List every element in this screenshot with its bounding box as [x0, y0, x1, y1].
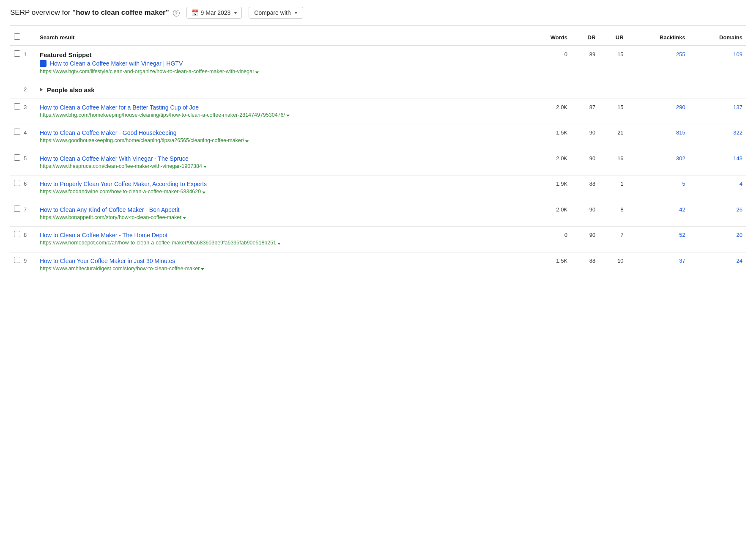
row-ur: 16	[599, 150, 627, 176]
result-title-link[interactable]: How to Clean Your Coffee Maker in Just 3…	[40, 258, 522, 264]
row-checkbox[interactable]	[14, 103, 20, 110]
row-words: 0	[526, 46, 571, 81]
row-words: 2.0K	[526, 150, 571, 176]
result-title-link[interactable]: How to Clean a Coffee Maker with Vinegar…	[40, 60, 522, 67]
row-backlinks: 5	[627, 176, 689, 201]
backlinks-link[interactable]: 290	[676, 104, 685, 110]
domains-link[interactable]: 20	[737, 232, 742, 238]
row-checkbox[interactable]	[14, 206, 20, 212]
row-rank: 4	[24, 124, 36, 150]
row-words: 1.9K	[526, 176, 571, 201]
result-url: https://www.bonappetit.com/story/how-to-…	[40, 214, 522, 222]
row-domains: 24	[689, 252, 746, 277]
url-dropdown-arrow[interactable]	[183, 217, 186, 219]
search-keyword: "how to clean coffee maker"	[72, 8, 169, 16]
row-checkbox[interactable]	[14, 257, 20, 263]
url-dropdown-arrow[interactable]	[203, 166, 207, 168]
domains-link[interactable]: 109	[733, 51, 742, 58]
row-check-cell	[10, 99, 24, 124]
row-checkbox[interactable]	[14, 129, 20, 135]
compare-with-button[interactable]: Compare with	[249, 7, 303, 19]
result-title-link[interactable]: How to Clean a Coffee Maker - The Home D…	[40, 232, 522, 239]
date-label: 9 Mar 2023	[201, 9, 231, 16]
row-backlinks: 302	[627, 150, 689, 176]
row-check-cell	[10, 176, 24, 201]
row-rank: 7	[24, 201, 36, 227]
row-dr: 90	[571, 124, 599, 150]
row-dr: 90	[571, 201, 599, 227]
domains-link[interactable]: 4	[740, 181, 742, 187]
result-title-link[interactable]: How to Clean a Coffee Maker for a Better…	[40, 104, 522, 111]
url-dropdown-arrow[interactable]	[202, 192, 205, 194]
table-row: 8How to Clean a Coffee Maker - The Home …	[10, 227, 746, 252]
col-rank	[24, 29, 36, 46]
compare-label: Compare with	[254, 9, 290, 16]
row-checkbox[interactable]	[14, 50, 20, 57]
table-row: 1Featured Snippet How to Clean a Coffee …	[10, 46, 746, 81]
backlinks-link[interactable]: 42	[679, 206, 685, 213]
table-row: 7How to Clean Any Kind of Coffee Maker -…	[10, 201, 746, 227]
row-checkbox[interactable]	[14, 154, 20, 161]
people-also-ask-label[interactable]: People also ask	[40, 86, 742, 93]
row-domains: 137	[689, 99, 746, 124]
backlinks-link[interactable]: 5	[682, 181, 685, 187]
date-picker-button[interactable]: 📅 9 Mar 2023	[186, 7, 242, 19]
row-words: 1.5K	[526, 252, 571, 277]
col-dr: DR	[571, 29, 599, 46]
row-dr: 89	[571, 46, 599, 81]
result-title-link[interactable]: How to Properly Clean Your Coffee Maker,…	[40, 181, 522, 187]
url-dropdown-arrow[interactable]	[286, 115, 290, 117]
row-dr: 88	[571, 176, 599, 201]
domains-link[interactable]: 143	[733, 155, 742, 162]
row-domains: 143	[689, 150, 746, 176]
favicon-icon	[40, 60, 47, 67]
domains-link[interactable]: 24	[737, 258, 742, 264]
result-title-link[interactable]: How to Clean a Coffee Maker - Good House…	[40, 129, 522, 136]
result-url: https://www.architecturaldigest.com/stor…	[40, 265, 522, 273]
domains-link[interactable]: 26	[737, 206, 742, 213]
backlinks-link[interactable]: 302	[676, 155, 685, 162]
row-result: How to Properly Clean Your Coffee Maker,…	[36, 176, 526, 201]
row-checkbox[interactable]	[14, 180, 20, 186]
row-domains: 20	[689, 227, 746, 252]
result-title-link[interactable]: How to Clean a Coffee Maker With Vinegar…	[40, 155, 522, 162]
select-all-checkbox[interactable]	[14, 33, 20, 40]
url-dropdown-arrow[interactable]	[245, 140, 249, 143]
featured-snippet-label: Featured Snippet	[40, 51, 522, 58]
row-check-cell	[10, 227, 24, 252]
row-ur: 1	[599, 176, 627, 201]
backlinks-link[interactable]: 255	[676, 51, 685, 58]
url-dropdown-arrow[interactable]	[277, 243, 281, 245]
row-checkbox[interactable]	[14, 231, 20, 237]
result-url: https://www.goodhousekeeping.com/home/cl…	[40, 137, 522, 145]
backlinks-link[interactable]: 815	[676, 129, 685, 136]
help-icon[interactable]: ?	[173, 10, 180, 16]
row-rank: 2	[24, 81, 36, 99]
table-row: 9How to Clean Your Coffee Maker in Just …	[10, 252, 746, 277]
row-domains: 26	[689, 201, 746, 227]
row-result: How to Clean a Coffee Maker - The Home D…	[36, 227, 526, 252]
row-rank: 6	[24, 176, 36, 201]
url-dropdown-arrow[interactable]	[201, 268, 204, 270]
row-result: How to Clean a Coffee Maker With Vinegar…	[36, 150, 526, 176]
row-words: 0	[526, 227, 571, 252]
col-search-result: Search result	[36, 29, 526, 46]
domains-link[interactable]: 137	[733, 104, 742, 110]
backlinks-link[interactable]: 52	[679, 232, 685, 238]
page-header: SERP overview for "how to clean coffee m…	[10, 7, 746, 26]
col-words: Words	[526, 29, 571, 46]
chevron-down-icon	[234, 12, 237, 14]
chevron-down-icon	[294, 12, 298, 14]
row-ur: 15	[599, 46, 627, 81]
title-prefix: SERP overview for	[10, 8, 72, 16]
row-dr: 87	[571, 99, 599, 124]
row-backlinks: 255	[627, 46, 689, 81]
row-result: How to Clean a Coffee Maker for a Better…	[36, 99, 526, 124]
row-backlinks: 52	[627, 227, 689, 252]
row-result: People also ask	[36, 81, 746, 99]
backlinks-link[interactable]: 37	[679, 258, 685, 264]
url-dropdown-arrow[interactable]	[255, 71, 259, 74]
domains-link[interactable]: 322	[733, 129, 742, 136]
table-row: 5How to Clean a Coffee Maker With Vinega…	[10, 150, 746, 176]
result-title-link[interactable]: How to Clean Any Kind of Coffee Maker - …	[40, 206, 522, 213]
